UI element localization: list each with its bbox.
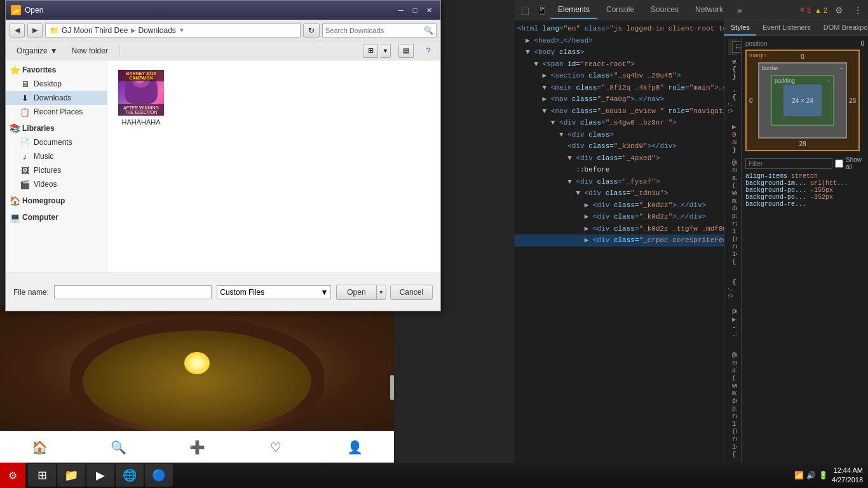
- instagram-search-icon[interactable]: 🔍: [110, 439, 126, 456]
- search-icon[interactable]: 🔍: [424, 26, 433, 35]
- dropdown-arrow[interactable]: ▼: [179, 27, 185, 34]
- tree-line-div3[interactable]: <div class="_k3nd9"></div>: [515, 140, 724, 152]
- taskbar-item-windows[interactable]: ⊞: [28, 464, 56, 487]
- tree-line-div1[interactable]: ▼ <div class="_s4gw0 _bz8nr ">: [515, 117, 724, 129]
- tree-line-span[interactable]: ▼ <span id="react-root">: [515, 58, 724, 71]
- tree-line-main[interactable]: ▼ <main class="_8f12q _4kfp8" role="main…: [515, 82, 724, 94]
- favorites-section: ⭐ Favorites 🖥 Desktop ⬇ Downloads 📋 Rece…: [6, 63, 107, 119]
- elements-tree[interactable]: <html lang="en" class="js logged-in clie…: [515, 20, 724, 475]
- box-margin-area: border – padding – 24 × 24: [747, 51, 858, 150]
- instagram-add-icon[interactable]: ➕: [189, 439, 205, 456]
- instagram-home-icon[interactable]: 🏠: [31, 439, 48, 456]
- help-button[interactable]: ?: [421, 44, 435, 58]
- tab-elements[interactable]: Elements: [550, 1, 597, 19]
- music-icon: ♪: [20, 151, 30, 161]
- tree-line-div6[interactable]: ▼ <div class="_tdn3u">: [515, 187, 724, 200]
- refresh-button[interactable]: ↻: [303, 24, 320, 37]
- tree-line-div8[interactable]: ▶ <div class="_k0d2z">…</div>: [515, 211, 724, 223]
- back-button[interactable]: ◀: [10, 24, 25, 37]
- instagram-heart-icon[interactable]: ♡: [268, 439, 284, 456]
- tab-sources[interactable]: Sources: [643, 1, 686, 19]
- food-content: [83, 330, 311, 432]
- homegroup-header[interactable]: 🏠 Homegroup: [6, 194, 107, 208]
- tree-line-nav2[interactable]: ▼ <nav class="_68u16 _ev1cw " role="navi…: [515, 105, 724, 118]
- filename-label: File name:: [13, 288, 49, 297]
- tree-line-selected[interactable]: ▶ <div class="_crp8c coreSpriteFeedCreat…: [515, 234, 724, 247]
- food-egg: [184, 352, 210, 374]
- tab-network[interactable]: Network: [688, 1, 731, 19]
- open-dropdown-button[interactable]: ▼: [376, 285, 386, 300]
- style-rule-element: element.style { }: [732, 58, 733, 81]
- sidebar-item-desktop[interactable]: 🖥 Desktop: [6, 77, 107, 91]
- tree-line-div4[interactable]: ▼ <div class="_4pxed">: [515, 152, 724, 165]
- path-part-2[interactable]: Downloads: [139, 26, 176, 35]
- path-part-1[interactable]: GJ Moon Third Dee: [62, 26, 128, 35]
- tree-line-body[interactable]: ▼ <body class>: [515, 46, 724, 58]
- tree-line-div7[interactable]: ▶ <div class="_k0d2z">…</div>: [515, 200, 724, 212]
- instagram-profile-icon[interactable]: 👤: [346, 439, 363, 456]
- sidebar-item-downloads[interactable]: ⬇ Downloads: [6, 91, 107, 105]
- minimize-button[interactable]: ─: [395, 4, 407, 16]
- style-rule-media2: @media not all, (-webkit-min-device-pixe…: [732, 351, 733, 458]
- show-all-label: Show all: [846, 156, 864, 170]
- tree-line-nav1[interactable]: ▶ <nav class="_f4a0g">…</nav>: [515, 93, 724, 105]
- show-all-checkbox[interactable]: [835, 159, 843, 168]
- libraries-header[interactable]: 📚 Libraries: [6, 121, 107, 135]
- styles-panel: Styles Event Listeners DOM Breakpoints P…: [724, 20, 868, 475]
- taskbar-item-chrome[interactable]: 🔵: [145, 464, 173, 487]
- view-button[interactable]: ⊞: [363, 44, 378, 58]
- address-path[interactable]: 📁 GJ Moon Third Dee ▶ Downloads ▼: [45, 24, 301, 37]
- taskbar-item-file-explorer[interactable]: 📁: [57, 464, 85, 487]
- tree-line-section[interactable]: ▶ <section class="_sq4bv _29u45">: [515, 70, 724, 82]
- filename-input[interactable]: [54, 285, 212, 299]
- tree-line-div5[interactable]: ▼ <div class="_fysxf">: [515, 176, 724, 188]
- documents-icon: 📄: [20, 137, 30, 147]
- new-folder-button[interactable]: New folder: [66, 44, 114, 58]
- taskbar-item-media[interactable]: ▶: [86, 464, 114, 487]
- tree-line-head[interactable]: ▶ <head>…</head>: [515, 35, 724, 47]
- subtab-dom-breakpoints[interactable]: DOM Breakpoints: [817, 20, 868, 36]
- tab-console[interactable]: Console: [599, 1, 642, 19]
- devtools-dots-icon[interactable]: ⋮: [850, 3, 865, 18]
- maximize-button[interactable]: □: [409, 4, 421, 16]
- forward-button[interactable]: ▶: [27, 24, 43, 37]
- tree-line-div2[interactable]: ▼ <div class>: [515, 129, 724, 141]
- filetype-label: Custom Files: [220, 288, 264, 297]
- cancel-button[interactable]: Cancel: [390, 285, 433, 300]
- search-box[interactable]: 🔍: [322, 24, 437, 37]
- search-input[interactable]: [325, 27, 421, 34]
- sidebar-item-recent[interactable]: 📋 Recent Places: [6, 105, 107, 119]
- tree-line-before[interactable]: ::before: [515, 164, 724, 176]
- open-button[interactable]: Open: [336, 285, 376, 300]
- start-button[interactable]: ⚙: [0, 463, 25, 488]
- dialog-buttons: Open ▼ Cancel: [336, 285, 433, 300]
- clock-date: 4/27/2018: [832, 475, 863, 485]
- organize-button[interactable]: Organize ▼: [11, 44, 64, 58]
- scrollbar-handle[interactable]: [390, 375, 394, 400]
- devtools-mobile-icon[interactable]: 📱: [534, 3, 549, 18]
- favorites-header[interactable]: ⭐ Favorites: [6, 63, 107, 77]
- devtools-settings-icon[interactable]: ⚙: [831, 3, 846, 18]
- tree-line-div9[interactable]: ▶ <div class="_k0d2z _ttgfw _mdf8w">: [515, 223, 724, 235]
- sidebar-item-music[interactable]: ♪ Music: [6, 149, 107, 163]
- view-dropdown-button[interactable]: ▼: [381, 44, 391, 58]
- computer-header[interactable]: 💻 Computer: [6, 210, 107, 224]
- devtools-inspect-icon[interactable]: ⬚: [517, 3, 532, 18]
- dialog-files[interactable]: AFTER WINNING THE ELECTION BARNEY 2016 C…: [107, 60, 440, 273]
- subtab-styles[interactable]: Styles: [724, 20, 756, 36]
- taskbar-item-browser[interactable]: 🌐: [116, 464, 144, 487]
- computed-prop-4: background-po... -352px: [745, 194, 864, 201]
- sidebar-item-documents[interactable]: 📄 Documents: [6, 135, 107, 149]
- filter-input[interactable]: [732, 41, 741, 53]
- subtab-event-listeners[interactable]: Event Listeners: [756, 20, 817, 36]
- file-item-hahahaha[interactable]: AFTER WINNING THE ELECTION BARNEY 2016 C…: [112, 65, 170, 130]
- sidebar-item-videos[interactable]: 🎬 Videos: [6, 177, 107, 191]
- filetype-select[interactable]: Custom Files ▼: [217, 285, 331, 299]
- computed-filter-input[interactable]: [745, 158, 832, 169]
- preview-button[interactable]: ▤: [398, 44, 414, 58]
- close-button[interactable]: ✕: [423, 4, 435, 16]
- sidebar-item-pictures[interactable]: 🖼 Pictures: [6, 163, 107, 177]
- tree-line-html[interactable]: <html lang="en" class="js logged-in clie…: [515, 23, 724, 35]
- devtools-more-tabs[interactable]: »: [732, 3, 747, 18]
- libraries-icon: 📚: [10, 123, 20, 133]
